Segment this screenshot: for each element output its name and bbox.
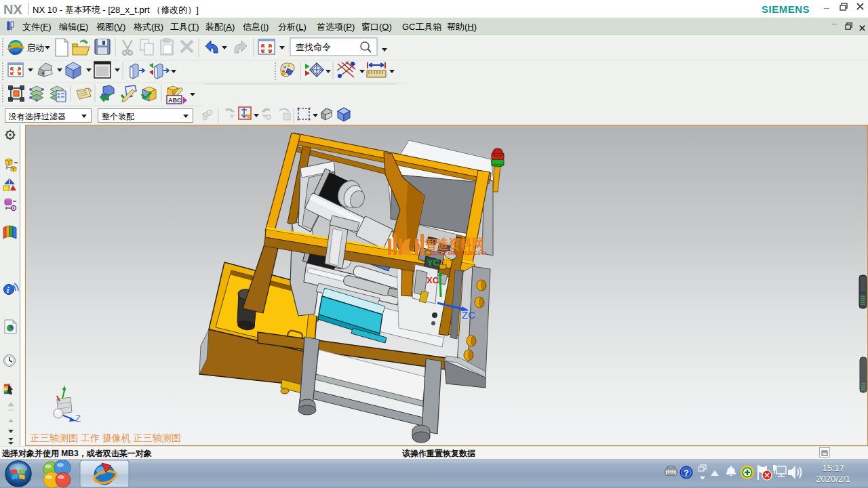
svg-text:YC: YC (427, 258, 440, 268)
svg-text:智造资料网: 智造资料网 (425, 237, 484, 251)
svg-text:Z: Z (75, 413, 81, 424)
svg-text:?: ? (684, 468, 689, 478)
svg-text:ZC: ZC (462, 309, 475, 321)
svg-text:INTELLIGENT MANUFACTURING DATA: INTELLIGENT MANUFACTURING DATA (425, 251, 487, 256)
svg-text:XC: XC (427, 275, 439, 285)
